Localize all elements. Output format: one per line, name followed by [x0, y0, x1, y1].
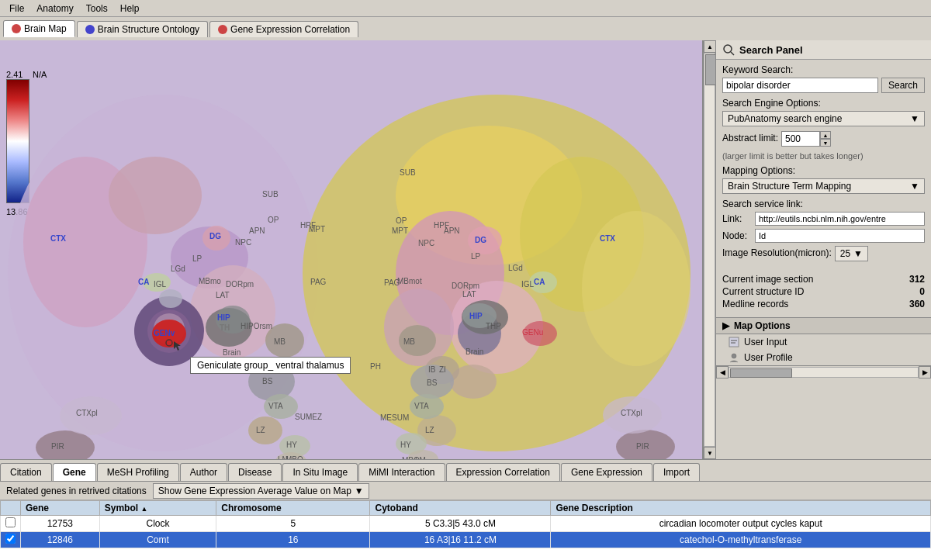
- mapping-options-label: Mapping Options:: [722, 165, 925, 176]
- map-area[interactable]: 2.41 N/A 13.86: [0, 40, 703, 459]
- toolbar-related-genes-label: Related genes in retrived citations: [6, 486, 147, 496]
- bottom-tabs-bar: Citation Gene MeSH Profiling Author Dise…: [0, 459, 931, 481]
- user-profile-item[interactable]: User Profile: [716, 350, 931, 365]
- stats-section: Current image section 312 Current struct…: [716, 271, 931, 317]
- tab-expression-correlation[interactable]: Expression Correlation: [446, 463, 560, 481]
- gene-table: Gene Symbol ▲ Chromosome Cytoband Gene D…: [0, 500, 931, 548]
- mapping-dropdown-arrow: ▼: [910, 181, 919, 192]
- label-npc-right: NPC: [418, 239, 434, 247]
- right-panel: Search Panel Keyword Search: Search Sear…: [715, 40, 931, 459]
- tab-disease[interactable]: Disease: [228, 463, 282, 481]
- row1-checkbox-input[interactable]: [5, 517, 16, 527]
- abstract-limit-up[interactable]: ▲: [820, 131, 831, 139]
- row2-chromosome: 16: [216, 532, 370, 548]
- row1-description: circadian locomoter output cycles kaput: [551, 516, 931, 532]
- gene-expression-dropdown-arrow: ▼: [355, 486, 364, 496]
- col-description[interactable]: Gene Description: [551, 501, 931, 516]
- label-dg-right: DG: [475, 236, 486, 244]
- table-row[interactable]: 12753 Clock 5 5 C3.3|5 43.0 cM circadian…: [1, 516, 931, 532]
- abstract-limit-input[interactable]: [781, 131, 820, 147]
- label-lgd-left: LGd: [171, 264, 185, 273]
- link-label: Link:: [722, 213, 752, 224]
- tab-import[interactable]: Import: [653, 463, 700, 481]
- menu-file[interactable]: File: [3, 2, 30, 16]
- row2-checkbox[interactable]: [1, 532, 21, 548]
- panel-scroll-left[interactable]: ◀: [716, 366, 729, 379]
- brain-map-svg[interactable]: [0, 40, 698, 459]
- menu-anatomy[interactable]: Anatomy: [30, 2, 79, 16]
- label-op-right: OP: [396, 216, 407, 225]
- user-input-item[interactable]: User Input: [716, 334, 931, 350]
- search-button[interactable]: Search: [881, 78, 925, 93]
- row2-checkbox-input[interactable]: [5, 534, 16, 544]
- keyword-input[interactable]: [722, 78, 878, 93]
- user-profile-icon: [729, 352, 739, 363]
- label-igl-left: IGL: [154, 280, 166, 289]
- row1-checkbox[interactable]: [1, 516, 21, 532]
- label-op-left: OP: [268, 216, 279, 224]
- menu-tools[interactable]: Tools: [80, 2, 114, 16]
- svg-point-14: [159, 289, 182, 308]
- tab-mimi-interaction[interactable]: MiMI Interaction: [358, 463, 445, 481]
- menubar: File Anatomy Tools Help: [0, 0, 931, 17]
- scroll-thumb[interactable]: [705, 54, 716, 85]
- panel-scroll-right[interactable]: ▶: [919, 366, 931, 379]
- col-cytoband[interactable]: Cytoband: [370, 501, 551, 516]
- row2-symbol: Comt: [99, 532, 216, 548]
- scroll-track[interactable]: [704, 53, 715, 447]
- label-hy-right: HY: [400, 441, 411, 449]
- label-ib-right: IB: [428, 365, 435, 374]
- mapping-dropdown[interactable]: Brain Structure Term Mapping ▼: [722, 178, 925, 194]
- menu-help[interactable]: Help: [114, 2, 146, 16]
- link-input[interactable]: [755, 212, 925, 226]
- gene-table-header: Gene Symbol ▲ Chromosome Cytoband Gene D…: [1, 501, 931, 516]
- row1-symbol: Clock: [99, 516, 216, 532]
- label-genv-right: GENu: [522, 328, 543, 337]
- panel-scroll-thumb[interactable]: [730, 368, 792, 378]
- col-chromosome[interactable]: Chromosome: [216, 501, 370, 516]
- tab-brain-map[interactable]: Brain Map: [3, 20, 75, 37]
- tab-gene-expression[interactable]: Gene Expression: [561, 463, 652, 481]
- label-ph-left: PH: [370, 362, 381, 371]
- label-dorpm-left: DORpm: [226, 280, 254, 289]
- gene-expression-dropdown[interactable]: Show Gene Expression Average Value on Ma…: [153, 483, 369, 499]
- stat-section-row: Current image section 312: [722, 274, 925, 285]
- tab-brain-structure-ontology[interactable]: Brain Structure Ontology: [77, 21, 208, 37]
- image-res-dropdown-arrow: ▼: [853, 248, 863, 259]
- col-gene[interactable]: Gene: [21, 501, 100, 516]
- svg-point-18: [582, 211, 690, 366]
- label-hip-left: HIP: [217, 313, 230, 322]
- label-mbmo-left: MBmo: [199, 277, 221, 285]
- abstract-limit-down[interactable]: ▼: [820, 139, 831, 147]
- tab-gene[interactable]: Gene: [53, 463, 96, 481]
- gene-table-container[interactable]: Gene Symbol ▲ Chromosome Cytoband Gene D…: [0, 500, 931, 560]
- map-vertical-scrollbar[interactable]: ▲ ▼: [703, 40, 715, 459]
- panel-scroll-track[interactable]: [729, 367, 919, 378]
- table-row[interactable]: 12846 Comt 16 16 A3|16 11.2 cM catechol-…: [1, 532, 931, 548]
- col-symbol[interactable]: Symbol ▲: [99, 501, 216, 516]
- map-options-header[interactable]: ▶ Map Options: [716, 317, 931, 334]
- bottom-toolbar: Related genes in retrived citations Show…: [0, 482, 931, 500]
- label-sub-right: SUB: [400, 168, 416, 177]
- scroll-up-button[interactable]: ▲: [704, 40, 716, 53]
- col-checkbox: [1, 501, 21, 516]
- scroll-down-button[interactable]: ▼: [704, 447, 716, 459]
- right-panel-scrollbar[interactable]: ◀ ▶: [716, 365, 931, 378]
- keyword-label: Keyword Search:: [722, 64, 925, 75]
- image-res-dropdown[interactable]: 25 ▼: [835, 246, 868, 261]
- tab-author[interactable]: Author: [180, 463, 227, 481]
- label-mb-right: MB: [403, 337, 415, 346]
- gene-table-body: 12753 Clock 5 5 C3.3|5 43.0 cM circadian…: [1, 516, 931, 548]
- engine-dropdown[interactable]: PubAnatomy search engine ▼: [722, 111, 925, 126]
- label-mpt-right: MPT: [392, 226, 408, 235]
- label-brain-right: Brain: [466, 347, 483, 356]
- tab-mesh-profiling[interactable]: MeSH Profiling: [97, 463, 179, 481]
- label-igl-right: IGL: [521, 280, 534, 289]
- tab-gene-expression-correlation[interactable]: Gene Expression Correlation: [209, 21, 358, 37]
- node-input[interactable]: [755, 229, 925, 243]
- tab-citation[interactable]: Citation: [0, 463, 52, 481]
- label-mesum-right: MESUM: [380, 413, 409, 422]
- svg-point-35: [248, 417, 282, 444]
- label-hiporm-left: HIPOrsm: [241, 322, 272, 330]
- tab-in-situ-image[interactable]: In Situ Image: [282, 463, 358, 481]
